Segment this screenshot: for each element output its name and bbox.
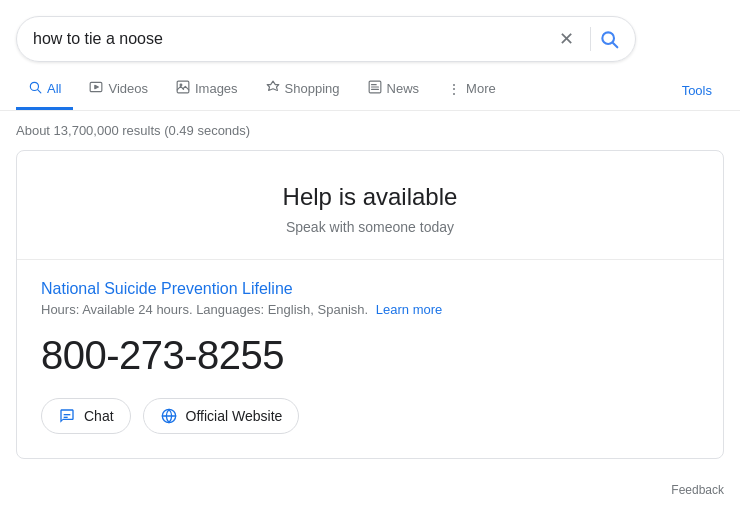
website-label: Official Website xyxy=(186,408,283,424)
videos-icon xyxy=(89,80,103,97)
tab-shopping[interactable]: Shopping xyxy=(254,70,352,110)
clear-search-button[interactable]: ✕ xyxy=(551,28,582,50)
search-button[interactable] xyxy=(599,29,619,49)
svg-rect-6 xyxy=(177,81,189,93)
lifeline-section: National Suicide Prevention Lifeline Hou… xyxy=(17,260,723,458)
tab-shopping-label: Shopping xyxy=(285,81,340,96)
tab-news[interactable]: News xyxy=(356,70,432,110)
results-count: About 13,700,000 results (0.49 seconds) xyxy=(0,111,740,150)
help-header: Help is available Speak with someone tod… xyxy=(17,151,723,260)
tab-images-label: Images xyxy=(195,81,238,96)
tab-more[interactable]: ⋮ More xyxy=(435,71,508,110)
nav-tabs: All Videos Images Shopping xyxy=(0,62,740,111)
images-icon xyxy=(176,80,190,97)
lifeline-name: National Suicide Prevention Lifeline xyxy=(41,280,699,298)
help-title: Help is available xyxy=(41,183,699,211)
svg-marker-5 xyxy=(95,85,99,89)
phone-number: 800-273-8255 xyxy=(41,333,699,378)
svg-line-3 xyxy=(38,90,41,93)
action-buttons: Chat Official Website xyxy=(41,398,699,434)
search-input[interactable] xyxy=(33,30,551,48)
tab-images[interactable]: Images xyxy=(164,70,250,110)
hours-text: Hours: Available 24 hours. Languages: En… xyxy=(41,302,368,317)
shopping-icon xyxy=(266,80,280,97)
news-icon xyxy=(368,80,382,97)
tab-videos-label: Videos xyxy=(108,81,148,96)
more-icon: ⋮ xyxy=(447,81,461,97)
feedback-link[interactable]: Feedback xyxy=(671,483,724,497)
search-bar-area: ✕ xyxy=(0,0,740,62)
chat-button[interactable]: Chat xyxy=(41,398,131,434)
help-subtitle: Speak with someone today xyxy=(41,219,699,235)
svg-rect-13 xyxy=(64,417,68,418)
tab-news-label: News xyxy=(387,81,420,96)
svg-rect-12 xyxy=(64,414,71,415)
lifeline-name-plain: National Suicide Prevention xyxy=(41,280,242,297)
all-icon xyxy=(28,80,42,97)
lifeline-hours: Hours: Available 24 hours. Languages: En… xyxy=(41,302,699,317)
search-bar: ✕ xyxy=(16,16,636,62)
chat-icon xyxy=(58,407,76,425)
help-card: Help is available Speak with someone tod… xyxy=(16,150,724,459)
tab-videos[interactable]: Videos xyxy=(77,70,160,110)
svg-point-7 xyxy=(180,84,182,86)
tools-button[interactable]: Tools xyxy=(670,73,724,108)
search-icon xyxy=(599,29,619,49)
website-button[interactable]: Official Website xyxy=(143,398,300,434)
search-divider xyxy=(590,27,591,51)
tab-all[interactable]: All xyxy=(16,70,73,110)
tab-all-label: All xyxy=(47,81,61,96)
globe-icon xyxy=(160,407,178,425)
svg-line-1 xyxy=(613,43,618,48)
tab-more-label: More xyxy=(466,81,496,96)
lifeline-name-highlight: Lifeline xyxy=(242,280,293,297)
chat-label: Chat xyxy=(84,408,114,424)
learn-more-link[interactable]: Learn more xyxy=(376,302,442,317)
feedback-area: Feedback xyxy=(0,475,740,505)
